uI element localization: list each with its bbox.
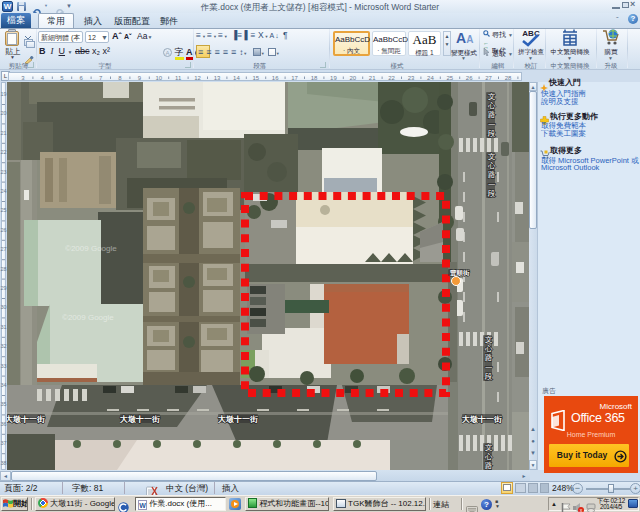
svg-text:路: 路: [485, 461, 493, 470]
svg-text:32: 32: [0, 343, 6, 349]
svg-text:心: 心: [484, 452, 493, 461]
svg-text:26: 26: [0, 227, 6, 233]
svg-text:大墩十一街: 大墩十一街: [7, 415, 45, 424]
svg-text:27: 27: [0, 246, 6, 252]
svg-text:文: 文: [485, 335, 493, 344]
svg-text:一: 一: [488, 180, 496, 189]
svg-text:19: 19: [330, 75, 337, 81]
svg-text:5: 5: [60, 75, 64, 81]
svg-text:路: 路: [488, 110, 496, 119]
svg-text:22: 22: [0, 149, 6, 155]
svg-text:心: 心: [484, 344, 493, 353]
svg-text:29: 29: [0, 285, 6, 291]
svg-text:24: 24: [427, 75, 434, 81]
svg-text:23: 23: [0, 169, 6, 175]
svg-text:心: 心: [487, 101, 496, 110]
svg-text:3: 3: [21, 75, 25, 81]
svg-text:24: 24: [0, 188, 6, 194]
svg-text:28: 28: [505, 75, 512, 81]
svg-text:7: 7: [99, 75, 103, 81]
svg-text:35: 35: [0, 401, 6, 407]
svg-text:16: 16: [272, 75, 279, 81]
svg-text:25: 25: [446, 75, 453, 81]
svg-text:17: 17: [291, 75, 298, 81]
svg-text:段: 段: [487, 189, 496, 198]
svg-text:©2009 Google: ©2009 Google: [65, 244, 117, 253]
svg-text:27: 27: [485, 75, 492, 81]
svg-text:14: 14: [233, 75, 240, 81]
svg-text:段: 段: [484, 372, 493, 381]
svg-text:37: 37: [0, 440, 6, 446]
svg-text:9: 9: [138, 75, 142, 81]
svg-text:30: 30: [0, 304, 6, 310]
svg-text:6: 6: [80, 75, 84, 81]
svg-text:©2009 Google: ©2009 Google: [62, 313, 114, 322]
svg-text:36: 36: [0, 421, 6, 427]
svg-text:21: 21: [0, 130, 6, 136]
svg-text:段: 段: [487, 129, 496, 138]
svg-text:33: 33: [0, 363, 6, 369]
svg-text:22: 22: [388, 75, 395, 81]
svg-text:34: 34: [0, 382, 6, 388]
svg-text:25: 25: [0, 207, 6, 213]
svg-text:23: 23: [408, 75, 415, 81]
svg-text:大墩十一街: 大墩十一街: [120, 415, 160, 424]
svg-text:心: 心: [487, 161, 496, 170]
svg-text:路: 路: [485, 353, 493, 362]
svg-text:大墩十一街: 大墩十一街: [218, 415, 258, 424]
svg-text:11: 11: [175, 75, 182, 81]
svg-text:21: 21: [369, 75, 376, 81]
svg-text:文: 文: [488, 152, 496, 161]
svg-text:4: 4: [41, 75, 45, 81]
svg-text:15: 15: [252, 75, 259, 81]
svg-text:26: 26: [466, 75, 473, 81]
svg-text:一: 一: [488, 120, 496, 129]
svg-text:一: 一: [485, 363, 493, 372]
svg-text:31: 31: [0, 324, 6, 330]
svg-text:20: 20: [0, 110, 6, 116]
svg-text:13: 13: [214, 75, 221, 81]
svg-text:8: 8: [118, 75, 122, 81]
svg-text:文: 文: [488, 92, 496, 101]
svg-text:大墩十一街: 大墩十一街: [462, 415, 502, 424]
svg-text:38: 38: [0, 460, 6, 466]
svg-text:18: 18: [311, 75, 318, 81]
svg-text:路: 路: [488, 170, 496, 179]
svg-text:28: 28: [0, 266, 6, 272]
svg-text:12: 12: [194, 75, 201, 81]
svg-text:10: 10: [155, 75, 162, 81]
svg-text:豐順街: 豐順街: [450, 269, 470, 277]
svg-text:19: 19: [0, 91, 6, 97]
svg-text:文: 文: [485, 443, 493, 452]
svg-text:20: 20: [349, 75, 356, 81]
